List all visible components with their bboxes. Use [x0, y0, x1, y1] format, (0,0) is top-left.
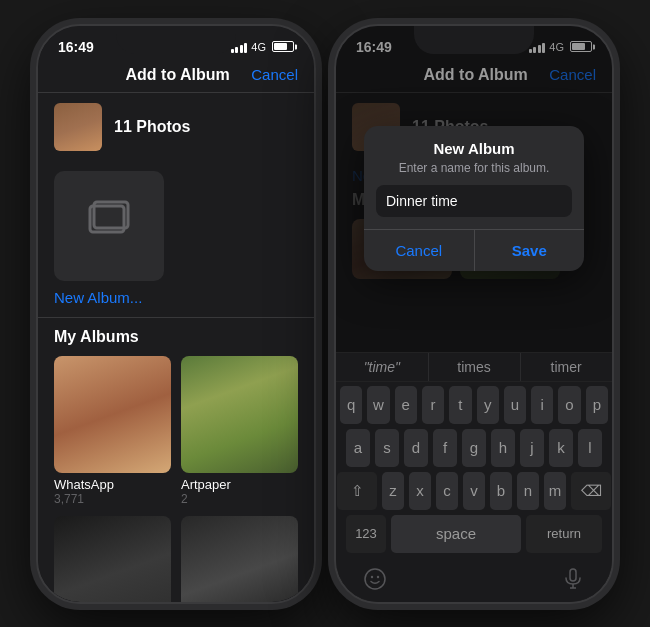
thumb-img-1: [54, 103, 102, 151]
album-name-whatsapp: WhatsApp: [54, 477, 171, 492]
album-img-sunglasses: [181, 516, 298, 602]
album-thumb-whatsapp: [54, 356, 171, 473]
album-name-artpaper: Artpaper: [181, 477, 298, 492]
album-img-whatsapp: [54, 356, 171, 473]
new-album-label-1[interactable]: New Album...: [54, 289, 142, 306]
dialog-subtitle: Enter a name for this album.: [364, 161, 584, 185]
album-count-whatsapp: 3,771: [54, 492, 171, 506]
nav-bar-1: Add to Album Cancel: [38, 62, 314, 93]
new-album-icon-1: [84, 196, 134, 256]
album-thumb-artpaper: [181, 356, 298, 473]
phone-1-screen: 16:49 4G Add to Album: [38, 26, 314, 602]
new-album-icon-container-1[interactable]: [54, 171, 164, 281]
status-time-1: 16:49: [58, 39, 94, 55]
phone-1: 16:49 4G Add to Album: [36, 24, 316, 604]
album-count-artpaper: 2: [181, 492, 298, 506]
bar1: [231, 49, 234, 53]
nav-title-1: Add to Album: [126, 66, 230, 84]
my-albums-title-1: My Albums: [54, 328, 298, 346]
album-item-sunglasses[interactable]: [181, 516, 298, 602]
bar2: [235, 47, 238, 53]
lte-label-1: 4G: [251, 41, 266, 53]
battery-icon-1: [272, 41, 294, 52]
photos-header-1: 11 Photos: [38, 93, 314, 161]
album-img-artpaper: [181, 356, 298, 473]
battery-fill-1: [274, 43, 287, 50]
signal-bars-1: [231, 41, 248, 53]
phone-2: 16:49 4G Add to Album: [334, 24, 614, 604]
dialog-buttons: Cancel Save: [364, 229, 584, 271]
album-img-drums: [54, 516, 171, 602]
dialog-overlay: New Album Enter a name for this album. C…: [336, 26, 612, 602]
album-thumb-drums: [54, 516, 171, 602]
dialog-title: New Album: [364, 126, 584, 161]
album-item-drums[interactable]: [54, 516, 171, 602]
cancel-button-1[interactable]: Cancel: [251, 66, 298, 83]
bar3: [240, 45, 243, 53]
photos-thumbnail-1: [54, 103, 102, 151]
album-item-artpaper[interactable]: Artpaper 2: [181, 356, 298, 506]
status-icons-1: 4G: [231, 41, 294, 53]
dialog-cancel-button[interactable]: Cancel: [364, 230, 475, 271]
album-grid-1: WhatsApp 3,771 Artpaper 2: [54, 356, 298, 602]
phones-container: 16:49 4G Add to Album: [26, 14, 624, 614]
status-bar-1: 16:49 4G: [38, 26, 314, 62]
album-name-input[interactable]: [376, 185, 572, 217]
photo-count-1: 11 Photos: [114, 118, 190, 136]
new-album-section-1: New Album...: [38, 161, 314, 318]
dialog-save-button[interactable]: Save: [475, 230, 585, 271]
album-thumb-sunglasses: [181, 516, 298, 602]
my-albums-section-1: My Albums WhatsApp 3,771 Artpaper: [38, 318, 314, 602]
dialog-box: New Album Enter a name for this album. C…: [364, 126, 584, 271]
phone-2-screen: 16:49 4G Add to Album: [336, 26, 612, 602]
album-item-whatsapp[interactable]: WhatsApp 3,771: [54, 356, 171, 506]
bar4: [244, 43, 247, 53]
